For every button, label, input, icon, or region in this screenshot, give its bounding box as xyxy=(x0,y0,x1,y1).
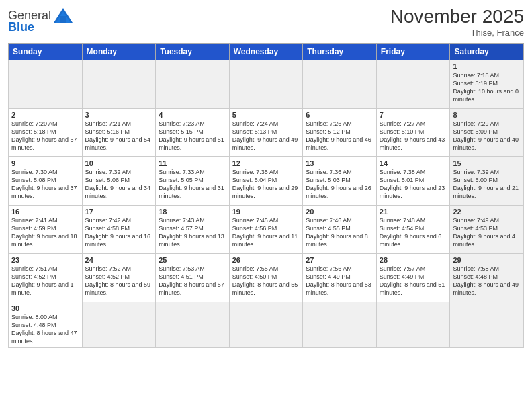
calendar-cell: 28Sunrise: 7:57 AM Sunset: 4:49 PM Dayli… xyxy=(376,253,450,302)
day-number: 8 xyxy=(453,111,521,119)
day-number: 4 xyxy=(159,111,226,119)
day-number: 24 xyxy=(85,256,153,264)
day-info: Sunrise: 7:43 AM Sunset: 4:57 PM Dayligh… xyxy=(159,216,226,249)
calendar-cell: 14Sunrise: 7:38 AM Sunset: 5:01 PM Dayli… xyxy=(376,156,450,205)
calendar-cell: 25Sunrise: 7:53 AM Sunset: 4:51 PM Dayli… xyxy=(156,253,230,302)
day-info: Sunrise: 7:21 AM Sunset: 5:16 PM Dayligh… xyxy=(85,120,153,152)
day-number: 1 xyxy=(453,62,521,71)
calendar-cell: 19Sunrise: 7:45 AM Sunset: 4:56 PM Dayli… xyxy=(229,205,303,253)
calendar-cell xyxy=(82,302,156,348)
logo: General Blue xyxy=(8,7,74,34)
day-number: 29 xyxy=(453,256,521,264)
day-number: 10 xyxy=(85,159,153,167)
calendar-cell: 6Sunrise: 7:26 AM Sunset: 5:12 PM Daylig… xyxy=(303,108,377,156)
calendar-week-row: 30Sunrise: 8:00 AM Sunset: 4:48 PM Dayli… xyxy=(9,302,524,348)
calendar-cell: 24Sunrise: 7:52 AM Sunset: 4:52 PM Dayli… xyxy=(82,253,156,302)
calendar-cell xyxy=(376,302,450,348)
day-info: Sunrise: 7:58 AM Sunset: 4:48 PM Dayligh… xyxy=(453,265,521,298)
day-info: Sunrise: 7:41 AM Sunset: 4:59 PM Dayligh… xyxy=(11,216,79,249)
day-info: Sunrise: 7:29 AM Sunset: 5:09 PM Dayligh… xyxy=(453,120,521,152)
day-info: Sunrise: 7:26 AM Sunset: 5:12 PM Dayligh… xyxy=(306,120,373,152)
calendar-cell: 16Sunrise: 7:41 AM Sunset: 4:59 PM Dayli… xyxy=(9,205,83,253)
day-number: 7 xyxy=(380,111,447,119)
day-info: Sunrise: 7:36 AM Sunset: 5:03 PM Dayligh… xyxy=(306,168,373,201)
day-number: 12 xyxy=(232,159,300,167)
day-number: 9 xyxy=(11,159,79,167)
col-monday: Monday xyxy=(82,43,156,60)
calendar-cell xyxy=(450,302,524,348)
calendar-cell: 30Sunrise: 8:00 AM Sunset: 4:48 PM Dayli… xyxy=(9,302,83,348)
calendar-cell xyxy=(229,302,303,348)
logo-blue-text: Blue xyxy=(8,20,34,34)
calendar-week-row: 1Sunrise: 7:18 AM Sunset: 5:19 PM Daylig… xyxy=(9,60,524,108)
day-number: 22 xyxy=(453,208,521,216)
day-info: Sunrise: 7:53 AM Sunset: 4:51 PM Dayligh… xyxy=(159,265,226,298)
calendar-cell: 20Sunrise: 7:46 AM Sunset: 4:55 PM Dayli… xyxy=(303,205,377,253)
calendar-cell xyxy=(82,60,156,108)
day-number: 28 xyxy=(380,256,447,264)
day-number: 5 xyxy=(232,111,300,119)
day-info: Sunrise: 7:30 AM Sunset: 5:08 PM Dayligh… xyxy=(11,168,79,201)
calendar-cell: 1Sunrise: 7:18 AM Sunset: 5:19 PM Daylig… xyxy=(450,60,524,108)
calendar-week-row: 16Sunrise: 7:41 AM Sunset: 4:59 PM Dayli… xyxy=(9,205,524,253)
day-number: 19 xyxy=(232,208,300,216)
calendar-cell: 3Sunrise: 7:21 AM Sunset: 5:16 PM Daylig… xyxy=(82,108,156,156)
day-info: Sunrise: 7:39 AM Sunset: 5:00 PM Dayligh… xyxy=(453,168,521,201)
day-info: Sunrise: 7:55 AM Sunset: 4:50 PM Dayligh… xyxy=(232,265,300,298)
calendar-cell: 9Sunrise: 7:30 AM Sunset: 5:08 PM Daylig… xyxy=(9,156,83,205)
day-number: 11 xyxy=(159,159,226,167)
day-number: 13 xyxy=(306,159,373,167)
col-thursday: Thursday xyxy=(303,43,377,60)
day-info: Sunrise: 7:52 AM Sunset: 4:52 PM Dayligh… xyxy=(85,265,153,298)
calendar-week-row: 2Sunrise: 7:20 AM Sunset: 5:18 PM Daylig… xyxy=(9,108,524,156)
day-info: Sunrise: 7:38 AM Sunset: 5:01 PM Dayligh… xyxy=(380,168,447,201)
calendar-cell: 21Sunrise: 7:48 AM Sunset: 4:54 PM Dayli… xyxy=(376,205,450,253)
calendar-cell: 23Sunrise: 7:51 AM Sunset: 4:52 PM Dayli… xyxy=(9,253,83,302)
calendar-week-row: 9Sunrise: 7:30 AM Sunset: 5:08 PM Daylig… xyxy=(9,156,524,205)
calendar-cell: 12Sunrise: 7:35 AM Sunset: 5:04 PM Dayli… xyxy=(229,156,303,205)
day-info: Sunrise: 7:57 AM Sunset: 4:49 PM Dayligh… xyxy=(380,265,447,298)
day-info: Sunrise: 7:48 AM Sunset: 4:54 PM Dayligh… xyxy=(380,216,447,249)
calendar-header-row: Sunday Monday Tuesday Wednesday Thursday… xyxy=(9,43,524,60)
col-wednesday: Wednesday xyxy=(229,43,303,60)
calendar-cell: 26Sunrise: 7:55 AM Sunset: 4:50 PM Dayli… xyxy=(229,253,303,302)
header: General Blue November 2025 Thise, France xyxy=(8,7,524,38)
subtitle: Thise, France xyxy=(390,28,524,38)
calendar-cell xyxy=(156,302,230,348)
title-area: November 2025 Thise, France xyxy=(390,7,524,38)
day-info: Sunrise: 7:23 AM Sunset: 5:15 PM Dayligh… xyxy=(159,120,226,152)
col-tuesday: Tuesday xyxy=(156,43,230,60)
day-number: 18 xyxy=(159,208,226,216)
calendar-cell: 7Sunrise: 7:27 AM Sunset: 5:10 PM Daylig… xyxy=(376,108,450,156)
calendar-cell: 18Sunrise: 7:43 AM Sunset: 4:57 PM Dayli… xyxy=(156,205,230,253)
day-number: 30 xyxy=(11,304,79,312)
day-number: 14 xyxy=(380,159,447,167)
day-info: Sunrise: 7:33 AM Sunset: 5:05 PM Dayligh… xyxy=(159,168,226,201)
calendar-cell: 10Sunrise: 7:32 AM Sunset: 5:06 PM Dayli… xyxy=(82,156,156,205)
day-number: 25 xyxy=(159,256,226,264)
calendar-cell xyxy=(376,60,450,108)
calendar-cell: 29Sunrise: 7:58 AM Sunset: 4:48 PM Dayli… xyxy=(450,253,524,302)
day-number: 26 xyxy=(232,256,300,264)
day-info: Sunrise: 7:35 AM Sunset: 5:04 PM Dayligh… xyxy=(232,168,300,201)
day-number: 2 xyxy=(11,111,79,119)
day-number: 17 xyxy=(85,208,153,216)
day-info: Sunrise: 7:18 AM Sunset: 5:19 PM Dayligh… xyxy=(453,71,521,104)
day-info: Sunrise: 7:32 AM Sunset: 5:06 PM Dayligh… xyxy=(85,168,153,201)
calendar-cell: 11Sunrise: 7:33 AM Sunset: 5:05 PM Dayli… xyxy=(156,156,230,205)
day-number: 16 xyxy=(11,208,79,216)
calendar-cell: 27Sunrise: 7:56 AM Sunset: 4:49 PM Dayli… xyxy=(303,253,377,302)
day-number: 3 xyxy=(85,111,153,119)
calendar-cell: 15Sunrise: 7:39 AM Sunset: 5:00 PM Dayli… xyxy=(450,156,524,205)
calendar-cell xyxy=(303,60,377,108)
day-info: Sunrise: 7:51 AM Sunset: 4:52 PM Dayligh… xyxy=(11,265,79,298)
calendar-cell xyxy=(156,60,230,108)
logo-icon xyxy=(52,7,74,24)
calendar-cell xyxy=(229,60,303,108)
col-saturday: Saturday xyxy=(450,43,524,60)
day-info: Sunrise: 7:24 AM Sunset: 5:13 PM Dayligh… xyxy=(232,120,300,152)
calendar-cell: 13Sunrise: 7:36 AM Sunset: 5:03 PM Dayli… xyxy=(303,156,377,205)
day-number: 21 xyxy=(380,208,447,216)
month-title: November 2025 xyxy=(390,7,524,28)
col-sunday: Sunday xyxy=(9,43,83,60)
